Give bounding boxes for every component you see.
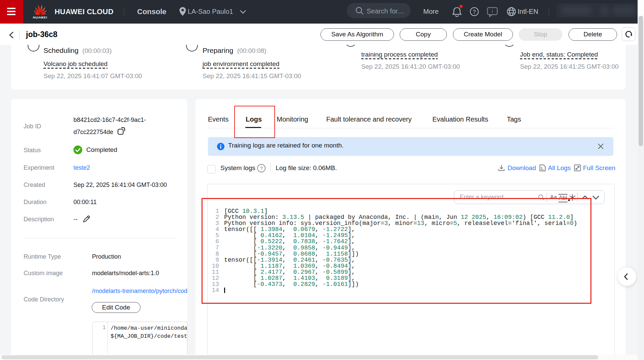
svg-text:i: i: [492, 8, 493, 14]
svg-text:?: ?: [260, 165, 263, 171]
svg-text:?: ?: [473, 9, 476, 15]
